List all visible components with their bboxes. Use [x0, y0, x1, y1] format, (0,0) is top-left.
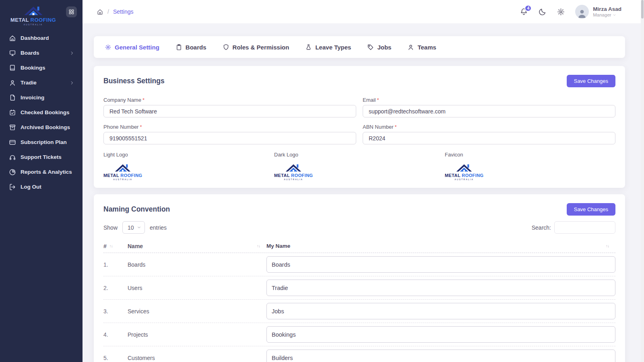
scrollbar-thumb[interactable]	[641, 0, 644, 19]
email-input[interactable]	[363, 105, 615, 117]
sidebar-item-label: Bookings	[21, 65, 45, 71]
field-abn-number: ABN Number*	[363, 124, 615, 144]
gear-icon	[557, 8, 565, 16]
book-icon	[9, 64, 16, 72]
dark-mode-toggle[interactable]	[538, 8, 547, 16]
company-name-input[interactable]	[103, 105, 356, 117]
user-icon	[407, 44, 414, 51]
sidebar-item-tradie[interactable]: Tradie	[0, 75, 83, 90]
header-settings-button[interactable]	[557, 8, 565, 16]
row-name: Customers	[128, 355, 266, 361]
tab-leave-types[interactable]: Leave Types	[305, 44, 351, 51]
sidebar-item-dashboard[interactable]: Dashboard	[0, 31, 83, 45]
row-number: 3.	[103, 308, 128, 315]
shield-icon	[223, 44, 229, 51]
favicon-image[interactable]: METAL ROOFING AUSTRALIA	[445, 163, 483, 181]
sort-icon[interactable]: ↑↓	[606, 244, 609, 248]
required-asterisk: *	[377, 97, 379, 103]
sidebar-item-checked-bookings[interactable]: Checked Bookings	[0, 105, 83, 120]
naming-save-button[interactable]: Save Changes	[567, 203, 615, 216]
sidebar-item-invoicing[interactable]: Invoicing	[0, 90, 83, 105]
show-label: Show	[103, 224, 118, 231]
breadcrumb-current[interactable]: Settings	[113, 8, 134, 15]
user-role: Manager	[593, 12, 621, 17]
breadcrumb-home-icon[interactable]	[97, 8, 103, 15]
search-label: Search:	[532, 224, 551, 231]
table-row: 2. Users	[103, 276, 615, 300]
page-size-select[interactable]: 10	[122, 221, 145, 234]
business-settings-card: Business Settings Save Changes Company N…	[94, 66, 625, 188]
house-icon	[114, 163, 132, 173]
search-input[interactable]	[554, 221, 615, 234]
row-name: Boards	[128, 261, 266, 268]
my-name-input-1[interactable]	[266, 256, 615, 273]
column-header-my-name[interactable]: My Name↑↓	[266, 243, 615, 249]
favicon-field: Favicon METAL ROOFING AUSTRALIA	[445, 152, 615, 181]
sidebar-item-label: Boards	[21, 50, 39, 56]
business-save-button[interactable]: Save Changes	[567, 75, 615, 87]
sidebar-item-bookings[interactable]: Bookings	[0, 60, 83, 75]
table-row: 1. Boards	[103, 253, 615, 276]
apps-grid-button[interactable]	[66, 6, 77, 17]
tag-icon	[367, 44, 374, 51]
user-icon	[9, 79, 16, 86]
required-asterisk: *	[142, 97, 144, 103]
file-icon	[9, 94, 16, 101]
field-company-name: Company Name*	[103, 97, 356, 117]
sidebar-item-label: Support Tickets	[21, 154, 62, 160]
light-logo-image[interactable]: METAL ROOFING AUSTRALIA	[103, 163, 142, 181]
abn-number-label: ABN Number*	[363, 124, 615, 130]
tab-jobs[interactable]: Jobs	[367, 44, 391, 51]
table-header-row: #↑↓ Name↑↓ My Name↑↓	[103, 239, 615, 253]
tab-label: Roles & Permission	[233, 44, 289, 51]
breadcrumb: / Settings	[97, 8, 133, 15]
logo-subtext: AUSTRALIA	[24, 23, 43, 26]
sidebar-item-boards[interactable]: Boards	[0, 45, 83, 60]
row-number: 5.	[103, 355, 128, 361]
breadcrumb-separator: /	[107, 8, 109, 15]
my-name-input-3[interactable]	[266, 303, 615, 319]
sidebar-item-support-tickets[interactable]: Support Tickets	[0, 150, 83, 165]
chevron-right-icon	[70, 51, 74, 56]
house-icon	[285, 163, 302, 173]
dark-logo-label: Dark Logo	[274, 152, 445, 158]
naming-convention-title: Naming Convention	[103, 205, 170, 214]
dark-logo-image[interactable]: METAL ROOFING AUSTRALIA	[274, 163, 313, 181]
vertical-scrollbar[interactable]	[641, 0, 644, 362]
grid-icon	[68, 9, 74, 15]
sidebar-item-reports-analytics[interactable]: Reports & Analytics	[0, 165, 83, 179]
logo-uploads: Light Logo METAL ROOFING AUSTRALIA Dark …	[103, 152, 615, 181]
table-row: 4. Projects	[103, 323, 615, 346]
gear-icon	[105, 44, 111, 51]
column-header-num[interactable]: #↑↓	[103, 243, 128, 249]
user-menu[interactable]: Mirza Asad Manager	[575, 5, 621, 19]
sort-icon[interactable]: ↑↓	[109, 244, 113, 248]
required-asterisk: *	[140, 124, 142, 130]
sidebar-item-subscription-plan[interactable]: Subscription Plan	[0, 135, 83, 150]
tab-label: General Setting	[115, 44, 159, 51]
column-header-name[interactable]: Name↑↓	[128, 243, 266, 249]
topbar-actions: 4 Mirza Asad Manager	[520, 5, 621, 19]
sidebar-item-archived-bookings[interactable]: Archived Bookings	[0, 120, 83, 135]
metal-roofing-logo[interactable]: METAL ROOFING AUSTRALIA	[10, 5, 56, 26]
tab-general-setting[interactable]: General Setting	[105, 44, 159, 51]
tab-roles-permission[interactable]: Roles & Permission	[223, 44, 289, 51]
required-asterisk: *	[395, 124, 397, 130]
sort-icon[interactable]: ↑↓	[257, 244, 260, 248]
field-email: Email*	[363, 97, 615, 117]
house-icon	[23, 5, 44, 17]
my-name-input-2[interactable]	[266, 280, 615, 296]
phone-number-input[interactable]	[103, 132, 356, 144]
email-label: Email*	[363, 97, 615, 103]
tab-boards[interactable]: Boards	[175, 44, 206, 51]
settings-tabs: General Setting Boards Roles & Permissio…	[94, 36, 625, 58]
calendar-check-icon	[9, 109, 16, 116]
abn-number-input[interactable]	[363, 132, 615, 144]
notifications-button[interactable]: 4	[520, 8, 528, 16]
tab-label: Leave Types	[315, 44, 351, 51]
notification-badge: 4	[524, 5, 532, 12]
sidebar-item-log-out[interactable]: Log Out	[0, 179, 83, 194]
my-name-input-4[interactable]	[266, 326, 615, 343]
my-name-input-5[interactable]	[266, 350, 615, 362]
tab-teams[interactable]: Teams	[407, 44, 436, 51]
